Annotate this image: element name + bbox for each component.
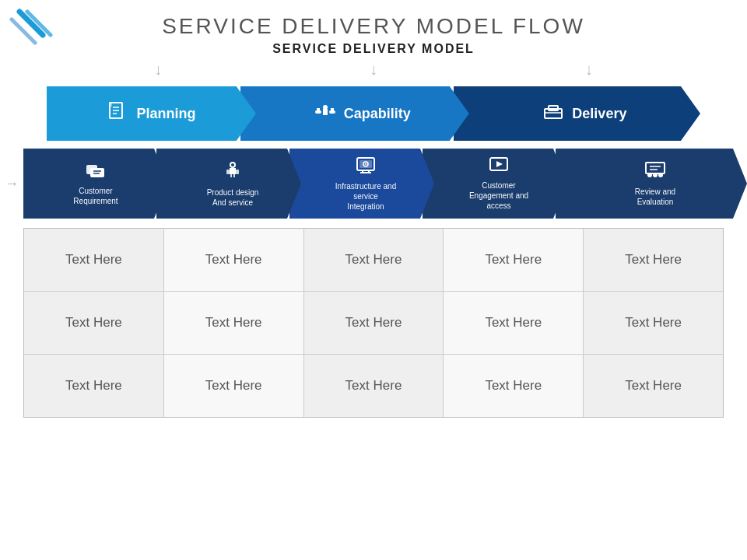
table-cell: Text Here — [444, 355, 584, 417]
bottom-arrow-customer-engage: Customer Engagement and access — [423, 149, 567, 219]
main-title: SERVICE DELIVERY MODEL FLOW — [0, 14, 747, 39]
customer-engage-icon — [489, 156, 509, 177]
table-cell: Text Here — [304, 229, 444, 291]
review-eval-text: Review and Evaluation — [635, 187, 675, 207]
table-section-wrapper: Text Here Text Here Text Here Text Here … — [23, 228, 724, 418]
capability-icon — [314, 103, 336, 124]
capability-label: Capability — [344, 106, 411, 122]
bottom-arrows-section: → Customer Requirement — [0, 149, 747, 219]
product-design-icon — [223, 160, 242, 184]
bottom-arrow-product-design: Product design And service — [156, 149, 301, 219]
table-cell: Text Here — [164, 292, 304, 354]
left-arrow-indicator: → — [0, 176, 23, 192]
delivery-arrow: Delivery — [454, 86, 700, 141]
svg-point-38 — [647, 173, 652, 177]
svg-rect-7 — [109, 102, 112, 107]
bottom-arrows-container: Customer Requirement Product design And … — [23, 149, 747, 219]
customer-req-text: Customer Requirement — [73, 186, 117, 206]
svg-rect-23 — [226, 170, 230, 174]
delivery-icon — [542, 102, 564, 125]
table-row: Text Here Text Here Text Here Text Here … — [24, 355, 723, 417]
down-arrow-1: ↓ — [146, 61, 170, 79]
table-cell: Text Here — [584, 229, 723, 291]
table-cell: Text Here — [24, 355, 164, 417]
table-cell: Text Here — [584, 355, 723, 417]
delivery-label: Delivery — [572, 106, 626, 122]
down-arrow-3: ↓ — [577, 61, 601, 79]
capability-arrow: Capability — [240, 86, 469, 141]
title-area: SERVICE DELIVERY MODEL FLOW SERVICE DELI… — [0, 0, 747, 56]
down-arrow-2: ↓ — [362, 61, 385, 79]
data-table: Text Here Text Here Text Here Text Here … — [23, 228, 724, 418]
table-row: Text Here Text Here Text Here Text Here … — [24, 229, 723, 292]
table-cell: Text Here — [444, 229, 584, 291]
table-row: Text Here Text Here Text Here Text Here … — [24, 292, 723, 355]
table-cell: Text Here — [304, 355, 444, 417]
svg-marker-36 — [496, 161, 503, 167]
planning-label: Planning — [136, 106, 195, 122]
down-arrows-row: ↓ ↓ ↓ — [51, 61, 696, 79]
table-cell: Text Here — [304, 292, 444, 354]
customer-engage-text: Customer Engagement and access — [469, 180, 528, 211]
svg-rect-37 — [646, 163, 665, 173]
review-eval-icon — [644, 161, 666, 184]
svg-rect-18 — [90, 168, 104, 177]
svg-point-27 — [231, 163, 234, 166]
svg-rect-12 — [317, 108, 320, 111]
table-cell: Text Here — [164, 229, 304, 291]
svg-rect-22 — [230, 168, 236, 174]
svg-point-40 — [658, 173, 663, 177]
logo-corner — [8, 8, 54, 54]
bottom-arrow-review-eval: Review and Evaluation — [556, 149, 747, 219]
sub-title: SERVICE DELIVERY MODEL — [0, 42, 747, 56]
planning-arrow: Planning — [47, 86, 256, 141]
bottom-arrow-customer-req: Customer Requirement — [23, 149, 168, 219]
table-cell: Text Here — [584, 292, 723, 354]
table-cell: Text Here — [24, 229, 164, 291]
infrastructure-icon — [355, 156, 377, 178]
bottom-arrow-infrastructure: Infrastructure and service Integration — [289, 149, 434, 219]
svg-rect-13 — [331, 108, 334, 111]
table-cell: Text Here — [444, 292, 584, 354]
svg-rect-25 — [230, 174, 232, 177]
customer-req-icon — [86, 162, 106, 183]
svg-rect-8 — [323, 109, 328, 115]
top-arrow-container: Planning Capability — [47, 86, 700, 141]
svg-point-39 — [653, 173, 658, 177]
svg-point-9 — [323, 105, 328, 110]
svg-rect-26 — [233, 174, 235, 177]
planning-icon — [107, 100, 128, 127]
infrastructure-text: Infrastructure and service Integration — [335, 181, 396, 212]
product-design-text: Product design And service — [207, 187, 259, 208]
svg-point-31 — [365, 163, 366, 165]
svg-rect-24 — [236, 170, 239, 174]
table-cell: Text Here — [164, 355, 304, 417]
top-arrows-section: Planning Capability — [47, 86, 700, 141]
table-cell: Text Here — [24, 292, 164, 354]
